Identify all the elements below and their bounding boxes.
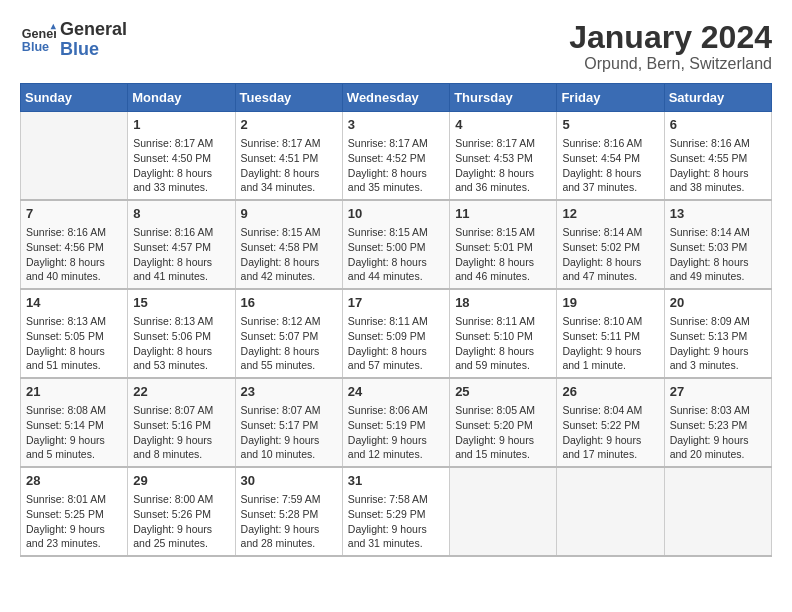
col-header-saturday: Saturday	[664, 84, 771, 112]
day-info: Sunrise: 8:16 AM Sunset: 4:57 PM Dayligh…	[133, 225, 229, 284]
day-number: 17	[348, 294, 444, 312]
day-number: 8	[133, 205, 229, 223]
day-info: Sunrise: 8:07 AM Sunset: 5:16 PM Dayligh…	[133, 403, 229, 462]
calendar-cell: 30Sunrise: 7:59 AM Sunset: 5:28 PM Dayli…	[235, 467, 342, 556]
day-info: Sunrise: 8:14 AM Sunset: 5:02 PM Dayligh…	[562, 225, 658, 284]
col-header-wednesday: Wednesday	[342, 84, 449, 112]
day-info: Sunrise: 8:12 AM Sunset: 5:07 PM Dayligh…	[241, 314, 337, 373]
day-info: Sunrise: 8:17 AM Sunset: 4:52 PM Dayligh…	[348, 136, 444, 195]
logo-line2: Blue	[60, 40, 127, 60]
day-info: Sunrise: 8:13 AM Sunset: 5:06 PM Dayligh…	[133, 314, 229, 373]
col-header-tuesday: Tuesday	[235, 84, 342, 112]
calendar-cell: 3Sunrise: 8:17 AM Sunset: 4:52 PM Daylig…	[342, 112, 449, 200]
calendar-subtitle: Orpund, Bern, Switzerland	[569, 55, 772, 73]
calendar-week-1: 1Sunrise: 8:17 AM Sunset: 4:50 PM Daylig…	[21, 112, 772, 200]
calendar-cell	[450, 467, 557, 556]
calendar-week-3: 14Sunrise: 8:13 AM Sunset: 5:05 PM Dayli…	[21, 289, 772, 378]
calendar-cell: 8Sunrise: 8:16 AM Sunset: 4:57 PM Daylig…	[128, 200, 235, 289]
calendar-week-5: 28Sunrise: 8:01 AM Sunset: 5:25 PM Dayli…	[21, 467, 772, 556]
day-number: 26	[562, 383, 658, 401]
day-number: 27	[670, 383, 766, 401]
calendar-cell: 13Sunrise: 8:14 AM Sunset: 5:03 PM Dayli…	[664, 200, 771, 289]
day-number: 5	[562, 116, 658, 134]
day-info: Sunrise: 8:04 AM Sunset: 5:22 PM Dayligh…	[562, 403, 658, 462]
day-number: 10	[348, 205, 444, 223]
day-number: 9	[241, 205, 337, 223]
day-info: Sunrise: 8:03 AM Sunset: 5:23 PM Dayligh…	[670, 403, 766, 462]
calendar-cell: 10Sunrise: 8:15 AM Sunset: 5:00 PM Dayli…	[342, 200, 449, 289]
calendar-body: 1Sunrise: 8:17 AM Sunset: 4:50 PM Daylig…	[21, 112, 772, 556]
calendar-cell: 23Sunrise: 8:07 AM Sunset: 5:17 PM Dayli…	[235, 378, 342, 467]
day-info: Sunrise: 8:16 AM Sunset: 4:54 PM Dayligh…	[562, 136, 658, 195]
calendar-cell: 4Sunrise: 8:17 AM Sunset: 4:53 PM Daylig…	[450, 112, 557, 200]
calendar-cell: 19Sunrise: 8:10 AM Sunset: 5:11 PM Dayli…	[557, 289, 664, 378]
day-number: 2	[241, 116, 337, 134]
day-number: 15	[133, 294, 229, 312]
calendar-cell: 1Sunrise: 8:17 AM Sunset: 4:50 PM Daylig…	[128, 112, 235, 200]
calendar-cell	[557, 467, 664, 556]
title-block: January 2024 Orpund, Bern, Switzerland	[569, 20, 772, 73]
day-info: Sunrise: 8:15 AM Sunset: 5:01 PM Dayligh…	[455, 225, 551, 284]
day-number: 24	[348, 383, 444, 401]
calendar-cell: 16Sunrise: 8:12 AM Sunset: 5:07 PM Dayli…	[235, 289, 342, 378]
day-number: 12	[562, 205, 658, 223]
day-number: 28	[26, 472, 122, 490]
calendar-cell: 7Sunrise: 8:16 AM Sunset: 4:56 PM Daylig…	[21, 200, 128, 289]
calendar-cell: 31Sunrise: 7:58 AM Sunset: 5:29 PM Dayli…	[342, 467, 449, 556]
day-number: 1	[133, 116, 229, 134]
day-info: Sunrise: 8:15 AM Sunset: 4:58 PM Dayligh…	[241, 225, 337, 284]
calendar-cell: 9Sunrise: 8:15 AM Sunset: 4:58 PM Daylig…	[235, 200, 342, 289]
day-info: Sunrise: 8:17 AM Sunset: 4:53 PM Dayligh…	[455, 136, 551, 195]
day-number: 21	[26, 383, 122, 401]
calendar-cell	[21, 112, 128, 200]
day-info: Sunrise: 8:01 AM Sunset: 5:25 PM Dayligh…	[26, 492, 122, 551]
day-number: 3	[348, 116, 444, 134]
day-info: Sunrise: 8:15 AM Sunset: 5:00 PM Dayligh…	[348, 225, 444, 284]
calendar-cell: 20Sunrise: 8:09 AM Sunset: 5:13 PM Dayli…	[664, 289, 771, 378]
calendar-cell: 14Sunrise: 8:13 AM Sunset: 5:05 PM Dayli…	[21, 289, 128, 378]
day-info: Sunrise: 8:10 AM Sunset: 5:11 PM Dayligh…	[562, 314, 658, 373]
day-number: 23	[241, 383, 337, 401]
calendar-cell: 12Sunrise: 8:14 AM Sunset: 5:02 PM Dayli…	[557, 200, 664, 289]
calendar-cell: 17Sunrise: 8:11 AM Sunset: 5:09 PM Dayli…	[342, 289, 449, 378]
day-number: 6	[670, 116, 766, 134]
day-info: Sunrise: 8:00 AM Sunset: 5:26 PM Dayligh…	[133, 492, 229, 551]
day-info: Sunrise: 8:05 AM Sunset: 5:20 PM Dayligh…	[455, 403, 551, 462]
day-number: 16	[241, 294, 337, 312]
day-number: 25	[455, 383, 551, 401]
day-info: Sunrise: 8:14 AM Sunset: 5:03 PM Dayligh…	[670, 225, 766, 284]
day-number: 18	[455, 294, 551, 312]
day-info: Sunrise: 8:17 AM Sunset: 4:51 PM Dayligh…	[241, 136, 337, 195]
day-number: 31	[348, 472, 444, 490]
calendar-cell: 22Sunrise: 8:07 AM Sunset: 5:16 PM Dayli…	[128, 378, 235, 467]
calendar-cell: 15Sunrise: 8:13 AM Sunset: 5:06 PM Dayli…	[128, 289, 235, 378]
day-number: 30	[241, 472, 337, 490]
logo-text: General Blue	[60, 20, 127, 60]
calendar-cell: 2Sunrise: 8:17 AM Sunset: 4:51 PM Daylig…	[235, 112, 342, 200]
col-header-thursday: Thursday	[450, 84, 557, 112]
calendar-week-4: 21Sunrise: 8:08 AM Sunset: 5:14 PM Dayli…	[21, 378, 772, 467]
col-header-sunday: Sunday	[21, 84, 128, 112]
day-info: Sunrise: 8:07 AM Sunset: 5:17 PM Dayligh…	[241, 403, 337, 462]
calendar-week-2: 7Sunrise: 8:16 AM Sunset: 4:56 PM Daylig…	[21, 200, 772, 289]
day-info: Sunrise: 8:08 AM Sunset: 5:14 PM Dayligh…	[26, 403, 122, 462]
calendar-cell: 18Sunrise: 8:11 AM Sunset: 5:10 PM Dayli…	[450, 289, 557, 378]
calendar-cell: 11Sunrise: 8:15 AM Sunset: 5:01 PM Dayli…	[450, 200, 557, 289]
day-number: 11	[455, 205, 551, 223]
day-number: 7	[26, 205, 122, 223]
calendar-cell: 25Sunrise: 8:05 AM Sunset: 5:20 PM Dayli…	[450, 378, 557, 467]
calendar-table: SundayMondayTuesdayWednesdayThursdayFrid…	[20, 83, 772, 557]
day-info: Sunrise: 8:13 AM Sunset: 5:05 PM Dayligh…	[26, 314, 122, 373]
day-info: Sunrise: 7:59 AM Sunset: 5:28 PM Dayligh…	[241, 492, 337, 551]
day-info: Sunrise: 8:11 AM Sunset: 5:09 PM Dayligh…	[348, 314, 444, 373]
logo-icon: General Blue	[20, 22, 56, 58]
svg-text:Blue: Blue	[22, 40, 49, 54]
day-number: 4	[455, 116, 551, 134]
calendar-cell	[664, 467, 771, 556]
day-info: Sunrise: 8:09 AM Sunset: 5:13 PM Dayligh…	[670, 314, 766, 373]
calendar-cell: 21Sunrise: 8:08 AM Sunset: 5:14 PM Dayli…	[21, 378, 128, 467]
calendar-cell: 24Sunrise: 8:06 AM Sunset: 5:19 PM Dayli…	[342, 378, 449, 467]
calendar-cell: 26Sunrise: 8:04 AM Sunset: 5:22 PM Dayli…	[557, 378, 664, 467]
day-info: Sunrise: 8:06 AM Sunset: 5:19 PM Dayligh…	[348, 403, 444, 462]
col-header-monday: Monday	[128, 84, 235, 112]
